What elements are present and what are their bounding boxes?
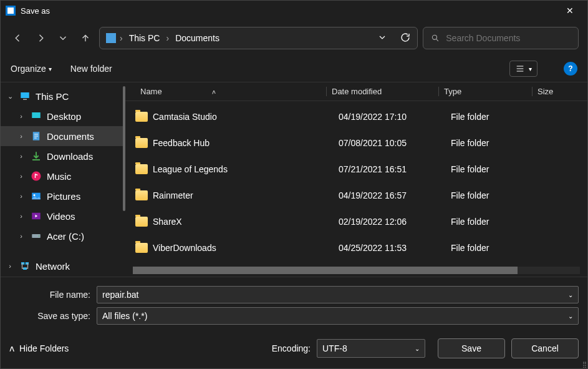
chevron-icon[interactable]: › [17,232,26,240]
footer: ʌ Hide Folders Encoding: UTF-8 ⌄ Save Ca… [1,331,587,368]
chevron-icon[interactable]: › [17,112,26,120]
tree-item-label: Music [47,171,71,182]
sort-asc-icon: ʌ [212,88,216,95]
toolbar: Organize ▾ New folder ▾ ? [1,56,587,82]
file-type: File folder [446,217,539,227]
network-icon [19,260,31,272]
folder-icon [135,217,148,227]
resize-grip[interactable]: ⣿ [582,361,586,368]
tree-item-downloads[interactable]: ›Downloads [1,146,125,166]
savetype-value: All files (*.*) [102,311,147,321]
file-pane: Nameʌ Date modified Type Size Camtasia S… [125,82,587,277]
tree-item-label: This PC [36,91,69,102]
file-date: 04/19/2022 16:57 [334,190,446,200]
tree-scrollbar[interactable] [123,86,125,211]
download-icon [31,150,42,162]
chevron-down-icon[interactable]: ⌄ [568,292,573,298]
new-folder-button[interactable]: New folder [70,64,112,74]
column-headers: Nameʌ Date modified Type Size [125,82,587,101]
tree-item-desktop[interactable]: ›Desktop [1,106,125,126]
address-bar[interactable]: › This PC › Documents [99,27,418,49]
up-button[interactable] [77,29,94,47]
file-name: Rainmeter [153,190,334,200]
file-row[interactable]: Camtasia Studio04/19/2022 17:10File fold… [125,104,587,130]
folder-icon [135,164,148,174]
file-row[interactable]: League of Legends07/21/2021 16:51File fo… [125,156,587,182]
help-button[interactable]: ? [564,62,577,76]
filename-input[interactable] [102,290,568,300]
tree-item-label: Acer (C:) [47,231,84,242]
breadcrumb-root[interactable]: This PC [127,33,163,43]
cancel-button[interactable]: Cancel [511,338,579,358]
save-button[interactable]: Save [438,338,505,358]
titlebar: Save as ✕ [1,1,587,21]
column-type[interactable]: Type [438,87,532,96]
folder-icon [135,243,148,253]
chevron-icon[interactable]: ⌄ [6,92,14,101]
tree-item-label: Pictures [47,191,80,202]
save-as-dialog: Save as ✕ › This PC › Documents Organize… [0,0,588,369]
chevron-icon[interactable]: › [17,132,26,140]
tree-item-videos[interactable]: ›Videos [1,206,125,226]
chevron-down-icon: ▾ [529,66,532,72]
chevron-icon[interactable]: › [17,192,26,200]
location-icon [106,33,116,43]
view-options-button[interactable]: ▾ [509,61,537,77]
video-icon [31,210,42,222]
filename-combo[interactable]: ⌄ [97,286,579,303]
drive-icon [31,230,42,242]
back-button[interactable] [9,29,27,47]
tree-item-pictures[interactable]: ›Pictures [1,186,125,206]
chevron-icon[interactable]: › [6,262,14,270]
tree-item-label: Network [36,261,70,272]
hide-folders-button[interactable]: ʌ Hide Folders [9,343,69,353]
svg-rect-2 [23,99,27,101]
chevron-right-icon: › [120,33,123,43]
encoding-value: UTF-8 [322,343,347,353]
search-box[interactable] [423,27,579,49]
search-input[interactable] [446,33,571,43]
tree-item-label: Documents [47,131,94,142]
svg-point-5 [32,172,41,181]
breadcrumb-current[interactable]: Documents [173,33,222,43]
tree-item-acer-c-[interactable]: ›Acer (C:) [1,226,125,246]
close-button[interactable]: ✕ [557,6,582,16]
chevron-icon[interactable]: › [17,152,26,160]
savetype-combo[interactable]: All files (*.*) ⌄ [97,307,579,325]
tree-item-network[interactable]: ›Network [1,256,125,276]
column-date[interactable]: Date modified [326,87,438,96]
forward-button[interactable] [32,29,49,47]
tree-item-this-pc[interactable]: ⌄This PC [1,86,125,106]
recent-dropdown[interactable] [54,29,72,47]
tree-item-documents[interactable]: ›Documents [1,126,125,146]
encoding-label: Encoding: [272,343,311,353]
chevron-icon[interactable]: › [17,172,26,180]
svg-point-0 [432,35,436,39]
address-dropdown[interactable] [377,32,387,44]
chevron-right-icon: › [166,33,169,43]
file-row[interactable]: Rainmeter04/19/2022 16:57File folder [125,182,587,209]
file-row[interactable]: ViberDownloads04/25/2022 11:53File folde… [125,235,587,261]
fields-area: File name: ⌄ Save as type: All files (*.… [1,277,587,331]
chevron-icon[interactable]: › [17,212,26,220]
refresh-button[interactable] [400,32,411,45]
desktop-icon [31,111,42,122]
svg-rect-1 [21,92,29,98]
chevron-down-icon[interactable]: ⌄ [415,345,420,352]
organize-button[interactable]: Organize ▾ [11,64,52,74]
filename-label: File name: [9,290,97,300]
file-row[interactable]: ShareX02/19/2022 12:06File folder [125,209,587,235]
column-name[interactable]: Nameʌ [133,87,326,96]
file-type: File folder [446,190,539,200]
column-size[interactable]: Size [532,87,580,96]
tree-item-music[interactable]: ›Music [1,166,125,186]
file-type: File folder [446,138,539,148]
chevron-down-icon[interactable]: ⌄ [568,313,573,320]
encoding-combo[interactable]: UTF-8 ⌄ [317,339,425,358]
file-row[interactable]: Feedback Hub07/08/2021 10:05File folder [125,130,587,156]
svg-point-10 [39,235,40,237]
file-type: File folder [446,112,539,122]
horizontal-scrollbar[interactable] [133,267,580,274]
app-icon [6,6,16,16]
folder-tree: ⌄This PC›Desktop›Documents›Downloads›Mus… [1,82,125,277]
